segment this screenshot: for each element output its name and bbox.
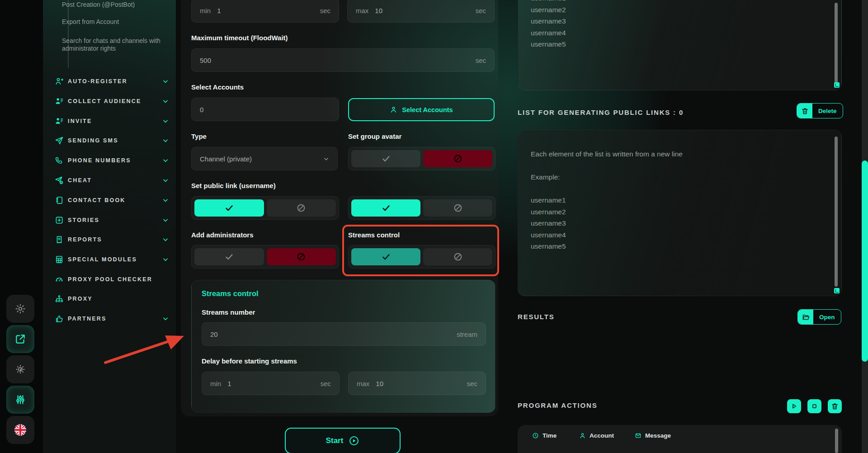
receipt-icon — [55, 235, 64, 244]
open-button[interactable]: Open — [797, 309, 841, 325]
resize-handle[interactable] — [834, 288, 840, 293]
sidebar-item-partners[interactable]: PARTNERS — [55, 313, 169, 325]
add-admins-toggle[interactable] — [191, 245, 339, 269]
username-line: username2 — [531, 4, 823, 16]
public-links-input-textarea[interactable]: Each element of the list is written from… — [518, 130, 842, 296]
sidebar-subitem-post-creation[interactable]: Post Creation (@PostBot) — [62, 1, 165, 9]
textarea-scrollbar[interactable] — [835, 3, 838, 85]
equalizer-button[interactable] — [6, 386, 34, 414]
sidebar-item-sending-sms[interactable]: SENDING SMS — [55, 135, 169, 146]
streams-control-label: Streams control — [348, 231, 400, 239]
toggle-yes-option[interactable] — [194, 248, 264, 265]
stop-icon — [811, 402, 818, 410]
person-list-icon — [55, 97, 64, 106]
network-icon — [55, 294, 64, 303]
accounts-count-value: 0 — [200, 106, 203, 113]
sidebar-item-stories[interactable]: STORIES — [55, 214, 169, 226]
notebook-icon — [55, 196, 64, 205]
toggle-no-option[interactable] — [423, 248, 492, 265]
streams-max-delay-input[interactable]: max 10 sec — [348, 372, 486, 395]
streams-number-input[interactable]: 20 stream — [202, 322, 486, 346]
min-prefix: min — [200, 7, 211, 14]
placeholder-line: username2 — [531, 206, 823, 218]
toggle-no-option[interactable] — [423, 199, 492, 217]
sidebar-item-proxy[interactable]: PROXY — [55, 293, 169, 305]
sidebar-item-contact-book[interactable]: CONTACT BOOK — [55, 194, 169, 206]
group-avatar-toggle[interactable] — [348, 147, 495, 170]
start-button[interactable]: Start — [285, 428, 401, 453]
page-scrollbar-thumb[interactable] — [862, 160, 868, 362]
toggle-no-option[interactable] — [267, 199, 336, 217]
calculator-icon — [55, 255, 64, 264]
max-delay-input[interactable]: max 10 sec — [347, 0, 495, 23]
sidebar-item-label: PROXY — [68, 296, 93, 302]
chevron-down-icon — [162, 98, 169, 104]
delete-button[interactable]: Delete — [797, 103, 843, 118]
clear-log-button[interactable] — [828, 399, 842, 413]
run-button[interactable] — [787, 399, 801, 413]
sidebar-subitem-search-chats[interactable]: Search for chats and channels with admin… — [62, 37, 165, 52]
external-link-icon — [14, 333, 26, 345]
plane-check-icon — [55, 176, 64, 185]
select-accounts-button[interactable]: Select Accounts — [348, 98, 495, 121]
toggle-yes-option[interactable] — [351, 199, 420, 217]
links-section-header: LIST FOR GENERATING PUBLIC LINKS : 0 — [518, 109, 684, 116]
language-button[interactable] — [6, 416, 34, 444]
chevron-down-icon — [162, 316, 169, 322]
placeholder-line: username5 — [531, 241, 823, 252]
phone-icon — [55, 156, 64, 165]
open-button-label: Open — [813, 310, 841, 324]
toggle-no-option[interactable] — [423, 150, 492, 167]
table-header-time[interactable]: Time — [532, 432, 557, 439]
sidebar-item-label: PROXY POOL CHECKER — [68, 276, 152, 283]
sidebar-subitem-export-account[interactable]: Export from Account — [62, 18, 165, 26]
table-scrollbar[interactable] — [835, 429, 838, 453]
type-value: Channel (private) — [200, 155, 252, 163]
sidebar-item-auto-register[interactable]: AUTO-REGISTER — [55, 76, 169, 87]
streams-number-value: 20 — [210, 330, 218, 338]
min-delay-input[interactable]: min 1 sec — [191, 0, 339, 23]
table-header-label: Time — [542, 432, 557, 439]
accounts-count-input[interactable]: 0 — [191, 98, 339, 121]
toggle-yes-option[interactable] — [351, 248, 420, 265]
program-actions-table: Time Account Message — [518, 425, 842, 453]
thumbs-up-icon — [55, 314, 64, 323]
sidebar-item-invite[interactable]: INVITE — [55, 115, 169, 127]
sidebar-item-reports[interactable]: REPORTS — [55, 234, 169, 245]
chevron-down-icon — [162, 137, 169, 144]
streams-control-toggle[interactable] — [348, 245, 495, 269]
generated-links-textarea[interactable]: username1 username2 username3 username4 … — [518, 0, 842, 90]
timeout-input[interactable]: 500 sec — [191, 48, 495, 72]
table-header-account[interactable]: Account — [579, 432, 614, 439]
toggle-yes-option[interactable] — [194, 199, 264, 217]
trash-icon — [797, 104, 812, 118]
chevron-down-icon — [162, 78, 169, 85]
theme-button[interactable] — [6, 355, 34, 383]
open-external-button[interactable] — [6, 325, 34, 353]
sec-suffix: sec — [320, 7, 330, 14]
sidebar-item-proxy-pool-checker[interactable]: PROXY POOL CHECKER — [55, 274, 169, 285]
sidebar-item-phone-numbers[interactable]: PHONE NUMBERS — [55, 155, 169, 166]
submenu-indicator-line — [68, 0, 69, 68]
streams-min-delay-input[interactable]: min 1 sec — [202, 372, 340, 395]
public-links-placeholder: Each element of the list is written from… — [531, 130, 823, 252]
table-header-message[interactable]: Message — [635, 432, 671, 439]
sidebar-item-cheat[interactable]: CHEAT — [55, 175, 169, 186]
public-link-toggle[interactable] — [191, 196, 339, 220]
sidebar-item-collect-audience[interactable]: COLLECT AUDIENCE — [55, 95, 169, 107]
toggle-yes-option[interactable] — [351, 150, 420, 167]
sidebar-item-special-modules[interactable]: SPECIAL MODULES — [55, 254, 169, 265]
stop-button[interactable] — [807, 399, 821, 413]
toggle-no-option[interactable] — [267, 248, 336, 265]
folder-open-icon — [798, 310, 813, 324]
public-link-toggle-secondary[interactable] — [348, 196, 495, 220]
max-prefix: max — [356, 7, 368, 14]
resize-handle[interactable] — [834, 82, 840, 88]
min-prefix: min — [210, 380, 221, 387]
username-line: username5 — [531, 38, 823, 50]
type-select[interactable]: Channel (private) — [191, 147, 338, 170]
start-button-label: Start — [326, 436, 344, 445]
textarea-scrollbar[interactable] — [835, 137, 838, 287]
settings-button[interactable] — [6, 295, 34, 323]
sec-suffix: sec — [467, 380, 477, 387]
